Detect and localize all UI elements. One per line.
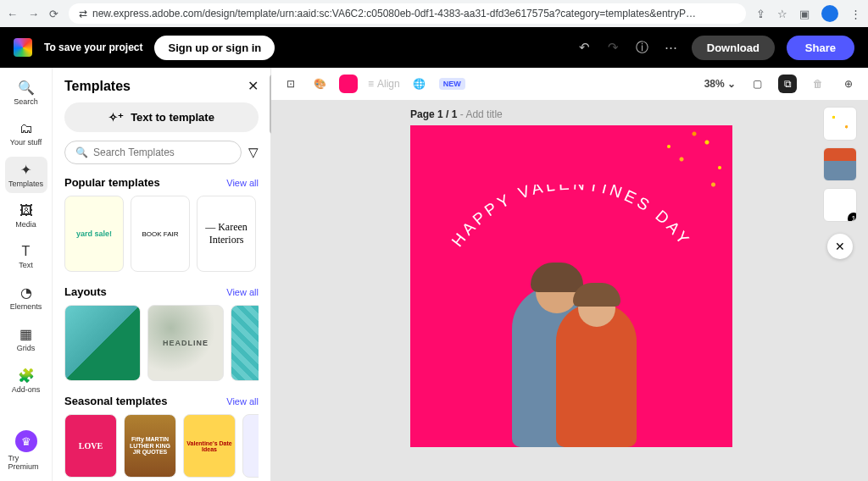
undo-icon[interactable]: ↶: [576, 40, 593, 55]
close-panel-icon[interactable]: ✕: [248, 78, 259, 94]
count-badge: 1: [848, 213, 857, 222]
left-rail: 🔍Search 🗂Your stuff ✦Templates 🖼Media TT…: [0, 68, 53, 481]
rail-media[interactable]: 🖼Media: [5, 198, 47, 234]
layout-thumb[interactable]: [64, 305, 141, 381]
pages-icon[interactable]: ▢: [748, 75, 766, 93]
seasonal-thumb[interactable]: LOVE: [64, 414, 117, 478]
rail-elements[interactable]: ◔Elements: [5, 279, 47, 316]
text-icon: T: [22, 244, 31, 259]
crop-icon[interactable]: ⊡: [281, 75, 300, 93]
rail-grids[interactable]: ▦Grids: [5, 321, 47, 357]
browser-toolbar: ← → ⟳ ⇄ new.express.adobe.com/design/tem…: [0, 0, 868, 27]
contextual-toolbar: ⊡ 🎨 ≡Align 🌐 NEW 38% ⌄ ▢ ⧉ 🗑 ⊕: [271, 68, 868, 100]
fill-color-swatch[interactable]: [339, 75, 358, 93]
share-button[interactable]: Share: [787, 36, 854, 60]
redo-icon[interactable]: ↷: [605, 40, 622, 55]
profile-avatar-icon[interactable]: [821, 5, 838, 22]
reading-icon[interactable]: ▣: [799, 8, 810, 20]
add-page-icon[interactable]: ⊕: [839, 75, 858, 93]
back-icon[interactable]: ←: [7, 8, 18, 20]
search-templates-input[interactable]: 🔍: [64, 141, 242, 164]
template-thumb[interactable]: yard sale!: [64, 196, 124, 272]
canvas-area: ⊡ 🎨 ≡Align 🌐 NEW 38% ⌄ ▢ ⧉ 🗑 ⊕ Page 1 / …: [271, 68, 868, 481]
forward-icon[interactable]: →: [28, 8, 39, 20]
media-icon: 🖼: [19, 203, 33, 218]
kebab-menu-icon[interactable]: ⋮: [850, 8, 861, 20]
zoom-level[interactable]: 38% ⌄: [704, 78, 736, 90]
rail-templates[interactable]: ✦Templates: [5, 157, 47, 193]
couple-photo[interactable]: [495, 269, 648, 447]
search-icon: 🔍: [75, 147, 88, 158]
elements-icon: ◔: [20, 285, 32, 301]
align-control: ≡Align: [368, 78, 400, 90]
element-thumb[interactable]: 1: [823, 188, 857, 222]
site-settings-icon[interactable]: ⇄: [79, 8, 87, 19]
close-mini-panel-icon[interactable]: ✕: [827, 234, 853, 259]
section-seasonal-title: Seasonal templates: [64, 395, 167, 407]
crown-icon: ♛: [15, 430, 37, 452]
text-to-template-button[interactable]: ✧⁺ Text to template: [64, 102, 259, 132]
section-layouts-title: Layouts: [64, 285, 107, 298]
adobe-logo-icon[interactable]: [14, 38, 32, 57]
artboard[interactable]: HAPPY VALENTINES DAY: [410, 125, 732, 447]
templates-icon: ✦: [20, 162, 31, 178]
template-thumb[interactable]: BOOK FAIR: [131, 196, 190, 272]
layers-icon[interactable]: ⧉: [778, 75, 797, 93]
elements-mini-panel: 1 ✕: [822, 107, 858, 259]
svg-text:HAPPY VALENTINES DAY: HAPPY VALENTINES DAY: [448, 185, 695, 250]
viewall-seasonal[interactable]: View all: [226, 396, 259, 406]
bookmark-icon[interactable]: ☆: [777, 8, 787, 20]
page-label[interactable]: Page 1 / 1 - Add title: [271, 100, 868, 125]
palette-icon[interactable]: 🎨: [310, 75, 329, 93]
trash-icon[interactable]: 🗑: [809, 75, 827, 93]
layout-thumb[interactable]: HEADLINE: [147, 305, 224, 381]
address-bar[interactable]: ⇄ new.express.adobe.com/design/template/…: [69, 3, 746, 24]
translate-icon[interactable]: 🌐: [410, 75, 429, 93]
panel-title: Templates: [64, 79, 131, 94]
app-header: To save your project Sign up or sign in …: [0, 27, 868, 68]
download-button[interactable]: Download: [692, 36, 775, 60]
section-popular-title: Popular templates: [64, 176, 160, 189]
seasonal-thumb[interactable]: [242, 414, 259, 478]
layout-thumb[interactable]: [231, 305, 259, 381]
viewall-layouts[interactable]: View all: [226, 287, 259, 297]
url-text: new.express.adobe.com/design/template/ur…: [92, 8, 696, 19]
addons-icon: 🧩: [18, 368, 35, 384]
chevron-down-icon: ⌄: [727, 78, 736, 90]
reload-icon[interactable]: ⟳: [49, 8, 58, 20]
element-thumb[interactable]: [823, 147, 857, 181]
search-icon: 🔍: [18, 80, 35, 96]
templates-panel: Templates ✕ ✧⁺ Text to template 🔍 ▽ Popu…: [53, 68, 271, 481]
template-thumb[interactable]: — Kareen Interiors: [197, 196, 256, 272]
filter-icon[interactable]: ▽: [248, 145, 259, 160]
grids-icon: ▦: [19, 326, 32, 342]
viewall-popular[interactable]: View all: [226, 178, 259, 188]
more-icon[interactable]: ⋯: [663, 40, 680, 55]
rail-addons[interactable]: 🧩Add-ons: [5, 362, 47, 399]
share-page-icon[interactable]: ⇪: [756, 8, 765, 20]
element-thumb[interactable]: [823, 107, 857, 141]
folder-icon: 🗂: [19, 121, 33, 136]
save-prompt-text: To save your project: [44, 41, 142, 53]
help-icon[interactable]: ⓘ: [634, 40, 651, 56]
signup-button[interactable]: Sign up or sign in: [154, 36, 275, 60]
align-icon: ≡: [368, 78, 374, 90]
seasonal-thumb[interactable]: Fifty MARTIN LUTHER KING JR QUOTES: [124, 414, 176, 478]
rail-search[interactable]: 🔍Search: [5, 75, 47, 111]
rail-text[interactable]: TText: [5, 239, 47, 274]
search-field[interactable]: [93, 147, 231, 158]
sparkle-icon: ✧⁺: [108, 111, 124, 124]
rail-your-stuff[interactable]: 🗂Your stuff: [5, 116, 47, 152]
new-badge: NEW: [439, 78, 465, 90]
seasonal-thumb[interactable]: Valentine's Date Ideas: [183, 414, 236, 478]
rail-premium[interactable]: ♛Try Premium: [5, 425, 47, 476]
